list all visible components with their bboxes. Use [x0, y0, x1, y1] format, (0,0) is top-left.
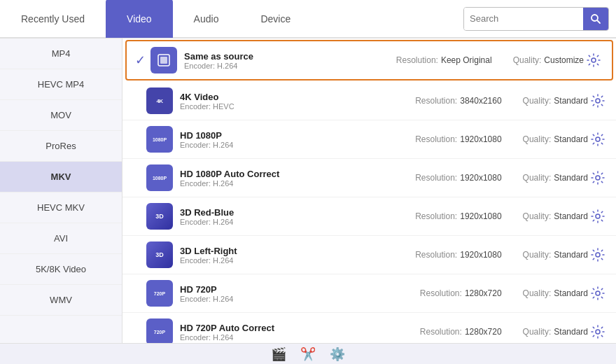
- gear-button[interactable]: [588, 206, 608, 226]
- format-badge: 720P: [146, 280, 173, 307]
- format-encoder: Encoder: H.264: [180, 256, 415, 265]
- format-row[interactable]: 1080P HD 1080P Auto Correct Encoder: H.2…: [122, 159, 616, 197]
- format-encoder: Encoder: H.264: [180, 179, 415, 188]
- sidebar-item-avi[interactable]: AVI: [0, 223, 122, 254]
- sidebar-item-mkv[interactable]: MKV: [0, 162, 122, 192]
- quality-value: Standard: [554, 134, 588, 144]
- gear-icon: [591, 325, 605, 339]
- quality-meta: Quality: Standard: [523, 288, 588, 298]
- format-row[interactable]: 720P HD 720P Encoder: H.264 Resolution: …: [122, 274, 616, 313]
- svg-rect-3: [160, 57, 167, 64]
- svg-point-4: [592, 58, 596, 62]
- format-meta: Resolution: 1920x1080 Quality: Standard: [415, 173, 588, 183]
- search-input[interactable]: [464, 8, 583, 30]
- format-meta: Resolution: 1920x1080 Quality: Standard: [415, 211, 588, 221]
- format-badge: 3D: [146, 203, 173, 230]
- gear-button[interactable]: [588, 322, 608, 342]
- resolution-value: 1920x1080: [460, 173, 501, 183]
- format-info: 3D Left-Right Encoder: H.264: [180, 246, 415, 265]
- resolution-label: Resolution:: [415, 173, 457, 183]
- format-badge: 3D: [146, 241, 173, 268]
- svg-point-10: [596, 291, 600, 295]
- quality-meta: Quality: Standard: [523, 96, 588, 106]
- format-row[interactable]: 4K 4K Video Encoder: HEVC Resolution: 38…: [122, 82, 616, 120]
- format-info: Same as source Encoder: H.264: [184, 51, 396, 70]
- resolution-label: Resolution:: [415, 250, 457, 260]
- resolution-value: 1280x720: [465, 288, 502, 298]
- resolution-label: Resolution:: [420, 327, 462, 337]
- tab-audio[interactable]: Audio: [173, 0, 240, 38]
- format-row[interactable]: 1080P HD 1080P Encoder: H.264 Resolution…: [122, 120, 616, 159]
- format-row[interactable]: 3D 3D Red-Blue Encoder: H.264 Resolution…: [122, 197, 616, 236]
- sidebar-item-mp4[interactable]: MP4: [0, 38, 122, 69]
- sidebar-item-mov[interactable]: MOV: [0, 100, 122, 131]
- check-icon: ✓: [135, 52, 150, 68]
- resolution-meta: Resolution: Keep Original: [396, 55, 492, 65]
- resolution-value: 1920x1080: [460, 211, 501, 221]
- bottom-strip: 🎬 ✂️ ⚙️: [0, 343, 616, 364]
- tab-device[interactable]: Device: [239, 0, 312, 38]
- format-badge: 1080P: [146, 126, 173, 153]
- format-meta: Resolution: 1920x1080 Quality: Standard: [415, 250, 588, 260]
- quality-meta: Quality: Standard: [523, 173, 588, 183]
- format-row[interactable]: 3D 3D Left-Right Encoder: H.264 Resoluti…: [122, 236, 616, 274]
- gear-icon: [591, 248, 605, 262]
- format-row[interactable]: ✓ Same as source Encoder: H.264 Resoluti…: [125, 40, 613, 80]
- format-meta: Resolution: 3840x2160 Quality: Standard: [415, 96, 588, 106]
- quality-value: Standard: [554, 327, 588, 337]
- clip-icon[interactable]: ✂️: [300, 346, 316, 362]
- gear-icon: [591, 286, 605, 300]
- gear-button[interactable]: [588, 168, 608, 188]
- resolution-meta: Resolution: 1920x1080: [415, 173, 501, 183]
- gear-button[interactable]: [588, 130, 608, 149]
- quality-meta: Quality: Standard: [523, 250, 588, 260]
- resolution-value: Keep Original: [441, 55, 492, 65]
- quality-value: Standard: [554, 96, 588, 106]
- format-encoder: Encoder: H.264: [184, 62, 396, 70]
- svg-point-9: [596, 253, 600, 257]
- format-encoder: Encoder: HEVC: [180, 102, 415, 111]
- quality-meta: Quality: Standard: [523, 211, 588, 221]
- gear-button[interactable]: [588, 91, 608, 111]
- format-badge: 4K: [146, 88, 173, 114]
- quality-label: Quality:: [523, 96, 552, 106]
- resolution-label: Resolution:: [420, 288, 462, 298]
- svg-point-8: [596, 214, 600, 218]
- format-badge: [150, 47, 177, 74]
- search-button[interactable]: [583, 7, 608, 31]
- resolution-label: Resolution:: [415, 211, 457, 221]
- format-encoder: Encoder: H.264: [180, 141, 415, 149]
- tab-video[interactable]: Video: [106, 0, 173, 38]
- sidebar-item-prores[interactable]: ProRes: [0, 131, 122, 162]
- film-icon[interactable]: 🎬: [271, 346, 286, 362]
- format-meta: Resolution: 1920x1080 Quality: Standard: [415, 134, 588, 144]
- format-row[interactable]: 720P HD 720P Auto Correct Encoder: H.264…: [122, 313, 616, 343]
- main-content: MP4 HEVC MP4 MOV ProRes MKV HEVC MKV AVI…: [0, 38, 616, 343]
- quality-value: Standard: [554, 173, 588, 183]
- svg-point-6: [596, 137, 600, 141]
- quality-value: Standard: [554, 288, 588, 298]
- gear-button[interactable]: [588, 245, 608, 265]
- resolution-value: 1280x720: [465, 327, 502, 337]
- settings-icon[interactable]: ⚙️: [330, 346, 345, 362]
- quality-label: Quality:: [523, 211, 552, 221]
- gear-button[interactable]: [588, 284, 608, 303]
- resolution-value: 1920x1080: [460, 134, 501, 144]
- format-encoder: Encoder: H.264: [180, 333, 420, 342]
- tab-recently-used[interactable]: Recently Used: [0, 0, 106, 38]
- resolution-meta: Resolution: 3840x2160: [415, 96, 501, 106]
- quality-value: Customize: [544, 55, 584, 65]
- quality-meta: Quality: Standard: [523, 327, 588, 337]
- gear-icon: [591, 94, 605, 108]
- quality-meta: Quality: Customize: [513, 55, 584, 65]
- sidebar-item-hevc-mp4[interactable]: HEVC MP4: [0, 69, 122, 100]
- quality-label: Quality:: [523, 134, 552, 144]
- svg-point-5: [596, 99, 600, 103]
- sidebar-item-wmv[interactable]: WMV: [0, 285, 122, 316]
- resolution-value: 1920x1080: [460, 250, 501, 260]
- format-info: 3D Red-Blue Encoder: H.264: [180, 207, 415, 226]
- sidebar-item-5k8k[interactable]: 5K/8K Video: [0, 254, 122, 285]
- format-badge: 1080P: [146, 164, 173, 191]
- gear-button[interactable]: [584, 50, 603, 70]
- sidebar-item-hevc-mkv[interactable]: HEVC MKV: [0, 192, 122, 223]
